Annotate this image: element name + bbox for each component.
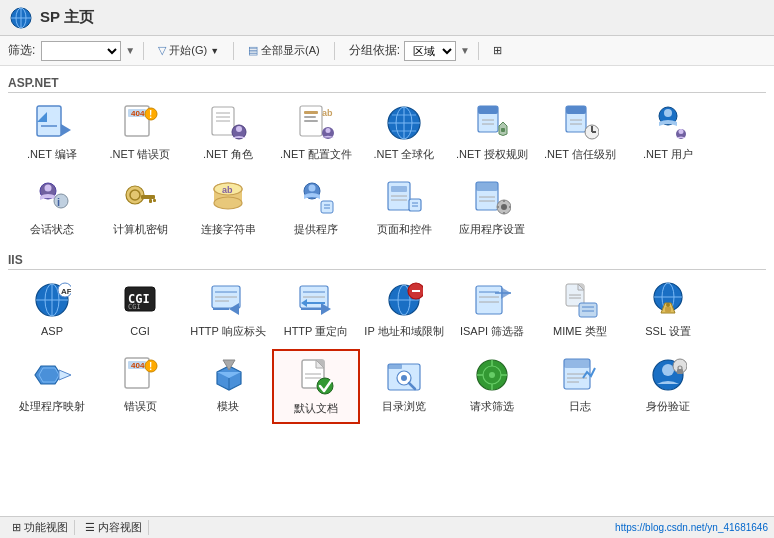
feature-view-icon: ⊞ (12, 521, 21, 534)
group-by-dropdown[interactable]: 区域 (404, 41, 456, 61)
icon-app-setting[interactable]: 应用程序设置 (448, 172, 536, 247)
icon-error-page[interactable]: 404 ! 错误页 (96, 349, 184, 424)
section-aspnet: ASP.NET (8, 76, 766, 93)
show-all-icon: ▤ (248, 44, 258, 57)
filter-funnel-icon: ▽ (158, 44, 166, 57)
svg-point-44 (664, 109, 672, 117)
svg-rect-67 (391, 186, 407, 192)
icon-asp[interactable]: AF ASP (8, 274, 96, 349)
svg-rect-53 (141, 195, 155, 199)
request-filter-label: 请求筛选 (470, 399, 514, 413)
icon-ssl-setting[interactable]: SSL 设置 (624, 274, 712, 349)
svg-text:404: 404 (131, 109, 145, 118)
icon-auth[interactable]: 身份验证 (624, 349, 712, 424)
app-setting-label: 应用程序设置 (459, 222, 525, 236)
icon-default-doc[interactable]: 默认文档 (272, 349, 360, 424)
http-response-label: HTTP 响应标头 (190, 324, 266, 338)
feature-view-tab[interactable]: ⊞ 功能视图 (6, 520, 75, 535)
icon-net-user[interactable]: .NET 用户 (624, 97, 712, 172)
net-error-icon: 404 ! (120, 103, 160, 143)
page-title: SP 主页 (40, 8, 94, 27)
svg-rect-20 (304, 116, 316, 118)
page-ctrl-icon (384, 178, 424, 218)
isapi-filter-icon (472, 280, 512, 320)
start-button[interactable]: ▽ 开始(G) ▼ (152, 41, 225, 60)
show-all-label: 全部显示(A) (261, 43, 320, 58)
icon-net-config[interactable]: ab .NET 配置文件 (272, 97, 360, 172)
icon-isapi-filter[interactable]: ISAPI 筛选器 (448, 274, 536, 349)
svg-point-78 (501, 204, 507, 210)
icon-page-ctrl[interactable]: 页面和控件 (360, 172, 448, 247)
filter-dropdown[interactable] (41, 41, 121, 61)
machine-key-icon (120, 178, 160, 218)
session-icon: i (32, 178, 72, 218)
auth-label: 身份验证 (646, 399, 690, 413)
icon-conn-string[interactable]: ab 连接字符串 (184, 172, 272, 247)
error-page-icon: 404 ! (120, 355, 160, 395)
status-url: https://blog.csdn.net/yn_41681646 (615, 522, 768, 533)
app-icon (10, 7, 32, 29)
icon-module[interactable]: 模块 (184, 349, 272, 424)
icon-http-redirect[interactable]: HTTP 重定向 (272, 274, 360, 349)
icon-net-auth[interactable]: .NET 授权规则 (448, 97, 536, 172)
icon-ip-domain[interactable]: IP 地址和域限制 (360, 274, 448, 349)
ssl-setting-label: SSL 设置 (645, 324, 690, 338)
svg-rect-121 (579, 303, 597, 317)
svg-rect-148 (388, 364, 402, 369)
svg-point-165 (662, 364, 674, 376)
svg-rect-21 (304, 120, 318, 122)
log-icon (560, 355, 600, 395)
dir-browse-icon (384, 355, 424, 395)
svg-rect-54 (149, 199, 152, 203)
dir-browse-label: 目录浏览 (382, 399, 426, 413)
grid-view-icon: ⊞ (493, 44, 502, 57)
icon-dir-browse[interactable]: 目录浏览 (360, 349, 448, 424)
http-redirect-icon (296, 280, 336, 320)
provider-icon (296, 178, 336, 218)
content-view-tab[interactable]: ☰ 内容视图 (79, 520, 149, 535)
show-all-button[interactable]: ▤ 全部显示(A) (242, 41, 326, 60)
icon-net-global[interactable]: .NET 全球化 (360, 97, 448, 172)
svg-point-154 (489, 372, 495, 378)
svg-text:AF: AF (61, 287, 71, 296)
icon-mime-type[interactable]: MIME 类型 (536, 274, 624, 349)
default-doc-icon (296, 357, 336, 397)
separator-3 (334, 42, 335, 60)
conn-string-icon: ab (208, 178, 248, 218)
icon-request-filter[interactable]: 请求筛选 (448, 349, 536, 424)
icon-net-error[interactable]: 404 ! .NET 错误页 (96, 97, 184, 172)
net-config-icon: ab (296, 103, 336, 143)
net-global-icon (384, 103, 424, 143)
icon-provider[interactable]: 提供程序 (272, 172, 360, 247)
svg-point-150 (401, 375, 407, 381)
net-error-label: .NET 错误页 (110, 147, 171, 161)
svg-point-128 (666, 303, 670, 307)
svg-text:!: ! (149, 361, 152, 372)
icon-machine-key[interactable]: 计算机密钥 (96, 172, 184, 247)
net-user-label: .NET 用户 (643, 147, 693, 161)
ip-domain-icon (384, 280, 424, 320)
net-compile-label: .NET 编译 (27, 147, 77, 161)
icon-net-trust[interactable]: .NET 信任级别 (536, 97, 624, 172)
icon-handler-map[interactable]: 处理程序映射 (8, 349, 96, 424)
toolbar: 筛选: ▼ ▽ 开始(G) ▼ ▤ 全部显示(A) 分组依据: 区域 ▼ ⊞ (0, 36, 774, 66)
icon-cgi[interactable]: CGI CGI CGI (96, 274, 184, 349)
icon-http-response[interactable]: HTTP 响应标头 (184, 274, 272, 349)
start-label: 开始(G) (169, 43, 207, 58)
group-arrow: ▼ (460, 45, 470, 56)
icon-session[interactable]: i 会话状态 (8, 172, 96, 247)
icon-log[interactable]: 日志 (536, 349, 624, 424)
svg-rect-63 (321, 201, 333, 213)
auth-icon (648, 355, 688, 395)
grid-view-button[interactable]: ⊞ (487, 42, 508, 59)
net-trust-label: .NET 信任级别 (544, 147, 616, 161)
isapi-filter-label: ISAPI 筛选器 (460, 324, 524, 338)
net-auth-icon (472, 103, 512, 143)
net-role-label: .NET 角色 (203, 147, 253, 161)
icon-net-compile[interactable]: .NET 编译 (8, 97, 96, 172)
page-ctrl-label: 页面和控件 (377, 222, 432, 236)
handler-map-icon (32, 355, 72, 395)
svg-point-51 (126, 186, 144, 204)
icon-net-role[interactable]: .NET 角色 (184, 97, 272, 172)
svg-marker-6 (61, 124, 71, 136)
